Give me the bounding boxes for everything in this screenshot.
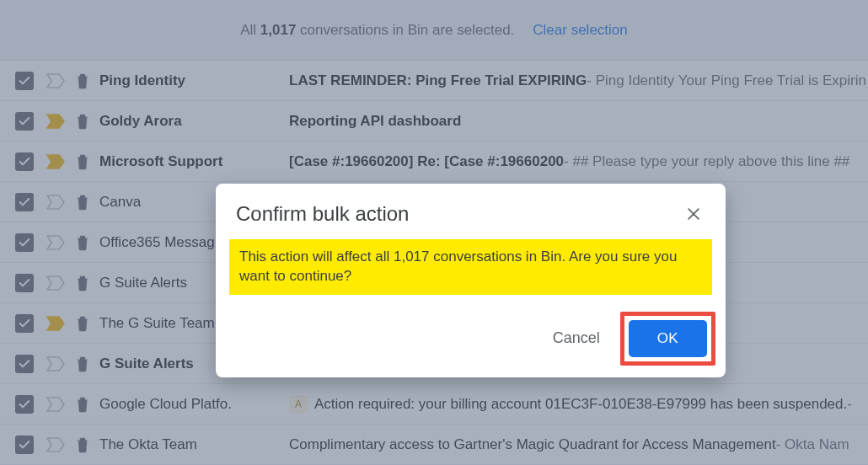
close-icon[interactable]: [682, 202, 705, 226]
dialog-message: This action will affect all 1,017 conver…: [229, 239, 712, 295]
cancel-button[interactable]: Cancel: [538, 321, 615, 355]
ok-button-highlight: OK: [620, 312, 715, 366]
confirm-bulk-action-dialog: Confirm bulk action This action will aff…: [216, 184, 726, 377]
ok-button[interactable]: OK: [629, 320, 707, 357]
dialog-title: Confirm bulk action: [236, 202, 409, 226]
